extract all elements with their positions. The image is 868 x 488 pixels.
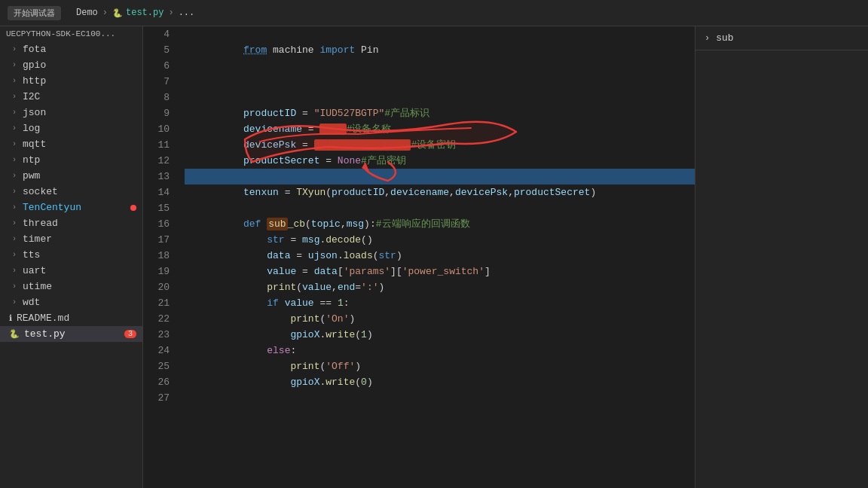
chevron-uart: ›: [12, 267, 17, 275]
sidebar-label-json: json: [23, 107, 46, 118]
sidebar-label-ntp: ntp: [23, 154, 40, 166]
sidebar-label-timer: timer: [23, 233, 52, 245]
readme-icon: ℹ: [9, 313, 12, 323]
breadcrumb: Demo › test.py › ...: [76, 8, 194, 18]
sidebar-item-TenCentyun[interactable]: › TenCentyun: [0, 200, 142, 215]
sidebar-item-uart[interactable]: › uart: [0, 263, 142, 279]
ln-17: 17: [143, 232, 170, 248]
chevron-socket: ›: [12, 188, 17, 196]
sidebar: UECPYTHON-SDK-EC100... › fota › gpio › h…: [0, 26, 143, 488]
breadcrumb-sep1: ›: [102, 8, 108, 18]
sidebar-item-ntp[interactable]: › ntp: [0, 152, 142, 168]
sidebar-item-mqtt[interactable]: › mqtt: [0, 136, 142, 152]
chevron-gpio: ›: [12, 61, 17, 69]
sidebar-label-I2C: I2C: [23, 91, 40, 102]
ln-14: 14: [143, 185, 170, 200]
ln-18: 18: [143, 248, 170, 264]
sidebar-item-gpio[interactable]: › gpio: [0, 57, 142, 73]
right-panel: › sub: [695, 26, 868, 488]
ln-27: 27: [143, 390, 170, 406]
sidebar-label-pwm: pwm: [23, 170, 40, 181]
code-content[interactable]: from machine import Pin productID = "IUD…: [177, 26, 695, 488]
chevron-json: ›: [12, 108, 17, 117]
ln-16: 16: [143, 216, 170, 232]
sidebar-label-TenCentyun: TenCentyun: [23, 202, 81, 213]
chevron-TenCentyun: ›: [12, 203, 17, 212]
code-line-4: from machine import Pin: [185, 26, 695, 42]
code-area: 4 5 6 7 8 9 10 11 12 13 14 15 16 17 18 1…: [143, 26, 695, 488]
top-bar: 开始调试器 Demo › test.py › ...: [0, 0, 868, 26]
ln-23: 23: [143, 327, 170, 343]
sidebar-item-json[interactable]: › json: [0, 105, 142, 120]
ln-15: 15: [143, 200, 170, 216]
sidebar-label-readme: README.md: [17, 313, 69, 324]
sidebar-item-I2C[interactable]: › I2C: [0, 89, 142, 105]
sidebar-item-fota[interactable]: › fota: [0, 41, 142, 57]
TenCentyun-dot: [130, 205, 136, 211]
ln-25: 25: [143, 358, 170, 374]
sidebar-label-log: log: [23, 123, 40, 134]
ln-6: 6: [143, 58, 170, 74]
right-panel-header: › sub: [695, 26, 868, 50]
breadcrumb-demo[interactable]: Demo: [76, 8, 98, 18]
sidebar-label-http: http: [23, 75, 46, 87]
sidebar-label-gpio: gpio: [23, 59, 46, 71]
code-line-6: [185, 58, 695, 74]
breadcrumb-sep2: ›: [168, 8, 173, 18]
chevron-pwm: ›: [12, 172, 17, 180]
code-line-13: tenxun = TXyun(productID,devicename,devi…: [185, 169, 695, 185]
sidebar-item-log[interactable]: › log: [0, 120, 142, 136]
ln-24: 24: [143, 343, 170, 358]
code-line-9: devicename = ████#设备名称: [185, 105, 695, 121]
right-panel-search-text: sub: [716, 32, 733, 44]
chevron-I2C: ›: [12, 93, 17, 101]
line-numbers: 4 5 6 7 8 9 10 11 12 13 14 15 16 17 18 1…: [143, 26, 177, 488]
chevron-http: ›: [12, 77, 17, 85]
chevron-utime: ›: [12, 282, 17, 291]
ln-22: 22: [143, 311, 170, 327]
ln-4: 4: [143, 26, 170, 42]
testpy-icon: 🐍: [9, 329, 20, 339]
sidebar-item-pwm[interactable]: › pwm: [0, 168, 142, 184]
sidebar-label-tts: tts: [23, 249, 40, 261]
sidebar-label-socket: socket: [23, 186, 58, 197]
editor-area: 4 5 6 7 8 9 10 11 12 13 14 15 16 17 18 1…: [143, 26, 695, 488]
sidebar-item-thread[interactable]: › thread: [0, 215, 142, 231]
sidebar-item-timer[interactable]: › timer: [0, 231, 142, 247]
sidebar-item-testpy[interactable]: 🐍 test.py 3: [0, 326, 142, 342]
sidebar-item-socket[interactable]: › socket: [0, 184, 142, 200]
ln-8: 8: [143, 90, 170, 105]
testpy-badge: 3: [124, 330, 136, 338]
sidebar-item-utime[interactable]: › utime: [0, 279, 142, 294]
code-line-7: [185, 74, 695, 90]
ln-20: 20: [143, 279, 170, 295]
ln-10: 10: [143, 121, 170, 137]
breadcrumb-file[interactable]: test.py: [112, 8, 164, 18]
main-area: UECPYTHON-SDK-EC100... › fota › gpio › h…: [0, 26, 868, 488]
chevron-fota: ›: [12, 45, 17, 53]
right-panel-expand-icon[interactable]: ›: [704, 33, 710, 44]
chevron-timer: ›: [12, 235, 17, 243]
code-line-27: [185, 390, 695, 406]
chevron-tts: ›: [12, 251, 17, 259]
ln-26: 26: [143, 374, 170, 390]
ln-13: 13: [143, 169, 170, 185]
breadcrumb-more: ...: [179, 8, 195, 18]
ln-19: 19: [143, 264, 170, 279]
chevron-ntp: ›: [12, 156, 17, 164]
sidebar-title: UECPYTHON-SDK-EC100...: [0, 26, 142, 41]
sidebar-item-wdt[interactable]: › wdt: [0, 294, 142, 310]
sidebar-item-http[interactable]: › http: [0, 73, 142, 89]
ln-21: 21: [143, 295, 170, 311]
sidebar-label-thread: thread: [23, 218, 58, 229]
code-line-15: def sub_cb(topic,msg):#云端响应的回调函数: [185, 200, 695, 216]
sidebar-label-testpy: test.py: [24, 328, 66, 340]
chevron-wdt: ›: [12, 298, 17, 307]
sidebar-item-tts[interactable]: › tts: [0, 247, 142, 263]
ln-12: 12: [143, 153, 170, 169]
ln-7: 7: [143, 74, 170, 90]
chevron-thread: ›: [12, 219, 17, 227]
code-line-8: productID = "IUD527BGTP"#产品标识: [185, 90, 695, 105]
sidebar-label-mqtt: mqtt: [23, 139, 46, 150]
sidebar-item-readme[interactable]: ℹ README.md: [0, 310, 142, 326]
